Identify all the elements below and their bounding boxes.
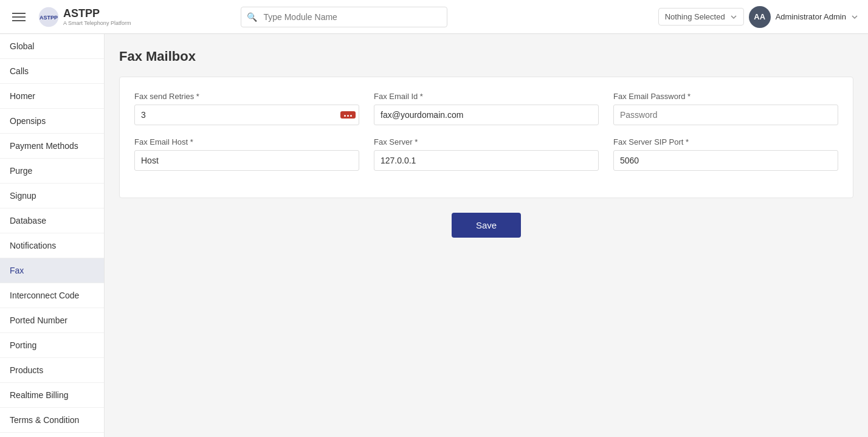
fax-send-retries-wrap (134, 105, 359, 125)
fax-server-input[interactable] (374, 150, 599, 171)
sidebar-item-porting[interactable]: Porting (0, 333, 104, 358)
fax-server-group: Fax Server * (374, 137, 599, 171)
sidebar-item-interconnect-code[interactable]: Interconnect Code (0, 283, 104, 308)
sidebar-item-realtime-billing[interactable]: Realtime Billing (0, 383, 104, 408)
search-box: 🔍 (241, 7, 447, 27)
fax-send-retries-group: Fax send Retries * (134, 92, 359, 125)
user-name[interactable]: Administrator Admin (776, 12, 846, 21)
fax-server-sip-port-label: Fax Server SIP Port * (613, 137, 838, 146)
sidebar-item-ported-number[interactable]: Ported Number (0, 308, 104, 333)
sidebar-item-calls[interactable]: Calls (0, 59, 104, 84)
logo: ASTPP ASTPP A Smart Telephony Platform (38, 6, 131, 28)
fax-email-host-label: Fax Email Host * (134, 137, 359, 146)
search-icon: 🔍 (247, 12, 257, 22)
sidebar-item-database[interactable]: Database (0, 208, 104, 233)
fax-email-id-input[interactable] (374, 105, 599, 125)
chevron-down-icon (730, 13, 737, 21)
header-right: Nothing Selected AA Administrator Admin (658, 6, 858, 28)
sidebar-item-signup[interactable]: Signup (0, 184, 104, 208)
logo-icon: ASTPP (38, 6, 60, 28)
main-content: Fax Mailbox Fax send Retries * Fax Email… (105, 34, 868, 437)
retries-icon-button[interactable] (340, 111, 356, 119)
fax-server-sip-port-input[interactable] (613, 150, 838, 171)
fax-email-id-group: Fax Email Id * (374, 92, 599, 125)
sidebar-item-products[interactable]: Products (0, 358, 104, 383)
avatar[interactable]: AA (749, 6, 771, 28)
fax-email-password-group: Fax Email Password * (613, 92, 838, 125)
fax-email-host-input[interactable] (134, 150, 359, 171)
header: ASTPP ASTPP A Smart Telephony Platform 🔍… (0, 0, 868, 34)
form-row-1: Fax send Retries * Fax Email Id * Fax Em… (134, 92, 838, 125)
fax-send-retries-input[interactable] (134, 105, 359, 125)
form-card: Fax send Retries * Fax Email Id * Fax Em… (119, 77, 853, 198)
save-button-wrap: Save (119, 213, 853, 238)
logo-subtitle: A Smart Telephony Platform (63, 20, 131, 26)
user-chevron-down-icon (851, 13, 858, 21)
page-title: Fax Mailbox (119, 49, 853, 64)
form-row-2: Fax Email Host * Fax Server * Fax Server… (134, 137, 838, 171)
layout: GlobalCallsHomerOpensipsPayment MethodsP… (0, 34, 868, 437)
fax-email-password-input[interactable] (613, 105, 838, 125)
sidebar-item-homer[interactable]: Homer (0, 84, 104, 109)
menu-toggle-button[interactable] (10, 10, 28, 24)
fax-email-password-label: Fax Email Password * (613, 92, 838, 101)
fax-email-host-group: Fax Email Host * (134, 137, 359, 171)
logo-title: ASTPP (63, 7, 131, 20)
save-button[interactable]: Save (452, 213, 521, 238)
sidebar: GlobalCallsHomerOpensipsPayment MethodsP… (0, 34, 105, 437)
sidebar-item-opensips[interactable]: Opensips (0, 109, 104, 134)
sidebar-item-payment-methods[interactable]: Payment Methods (0, 134, 104, 159)
nothing-selected-label: Nothing Selected (665, 12, 725, 21)
sidebar-item-purge[interactable]: Purge (0, 159, 104, 184)
sidebar-item-fax[interactable]: Fax (0, 258, 104, 283)
nothing-selected-dropdown[interactable]: Nothing Selected (658, 8, 744, 26)
fax-server-sip-port-group: Fax Server SIP Port * (613, 137, 838, 171)
svg-text:ASTPP: ASTPP (40, 15, 58, 21)
sidebar-item-global[interactable]: Global (0, 34, 104, 59)
fax-server-label: Fax Server * (374, 137, 599, 146)
fax-email-id-label: Fax Email Id * (374, 92, 599, 101)
search-input[interactable] (241, 7, 447, 27)
fax-send-retries-label: Fax send Retries * (134, 92, 359, 101)
sidebar-item-terms-condition[interactable]: Terms & Condition (0, 408, 104, 433)
sidebar-item-notifications[interactable]: Notifications (0, 233, 104, 258)
